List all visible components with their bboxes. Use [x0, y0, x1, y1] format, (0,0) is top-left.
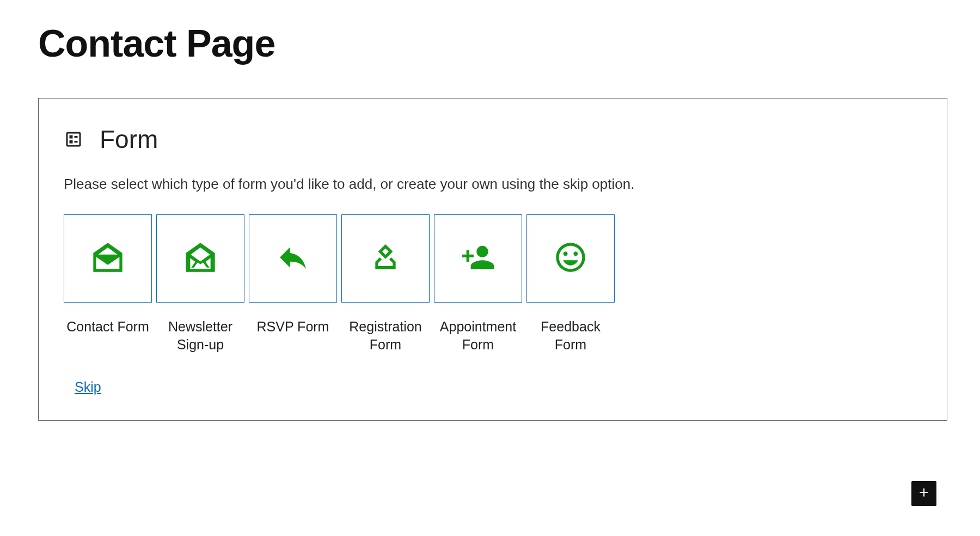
option-label: Feedback Form	[526, 318, 615, 353]
block-title: Form	[100, 125, 158, 154]
page-title: Contact Page	[38, 22, 980, 65]
form-icon	[64, 130, 83, 149]
option-contact-form: Contact Form	[64, 214, 152, 353]
skip-link[interactable]: Skip	[75, 379, 101, 395]
option-tile-newsletter[interactable]	[156, 214, 244, 303]
option-tile-rsvp[interactable]	[249, 214, 337, 303]
smile-icon	[553, 240, 588, 277]
newsletter-icon	[183, 240, 218, 277]
plus-icon	[917, 485, 931, 502]
reply-icon	[275, 240, 310, 277]
ballot-icon	[368, 240, 403, 277]
option-label: Appointment Form	[434, 318, 522, 353]
block-description: Please select which type of form you'd l…	[64, 176, 922, 193]
option-appointment: Appointment Form	[434, 214, 522, 353]
envelope-open-icon	[90, 240, 125, 277]
option-label: Registration Form	[341, 318, 430, 353]
option-label: Newsletter Sign-up	[156, 318, 244, 353]
option-tile-registration[interactable]	[341, 214, 430, 303]
option-newsletter: Newsletter Sign-up	[156, 214, 244, 353]
option-tile-contact-form[interactable]	[64, 214, 152, 303]
option-label: Contact Form	[64, 318, 152, 336]
option-registration: Registration Form	[341, 214, 430, 353]
person-add-icon	[461, 240, 495, 277]
skip-link-wrapper: Skip	[75, 379, 922, 395]
option-rsvp: RSVP Form	[249, 214, 337, 353]
block-header: Form	[64, 125, 922, 154]
add-block-button[interactable]	[911, 481, 936, 506]
option-label: RSVP Form	[249, 318, 337, 336]
form-block-card: Form Please select which type of form yo…	[38, 98, 947, 421]
option-feedback: Feedback Form	[526, 214, 615, 353]
option-tile-appointment[interactable]	[434, 214, 522, 303]
option-tile-feedback[interactable]	[526, 214, 615, 303]
form-options-row: Contact Form Newsletter Sign-up RSVP For…	[64, 214, 922, 353]
